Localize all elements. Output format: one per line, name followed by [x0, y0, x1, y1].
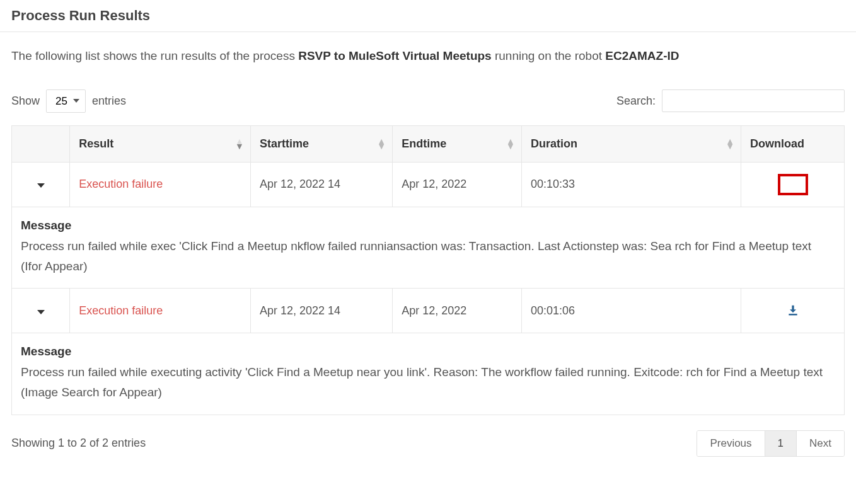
starttime-cell: Apr 12, 2022 14 [250, 162, 392, 207]
download-icon[interactable] [779, 300, 807, 321]
message-row: MessageProcess run failed while exec 'Cl… [12, 207, 845, 289]
download-icon[interactable] [778, 174, 808, 195]
description-middle: running on the robot [495, 49, 605, 62]
starttime-cell: Apr 12, 2022 14 [250, 289, 392, 333]
search-input[interactable] [662, 89, 845, 112]
description-prefix: The following list shows the run results… [11, 49, 298, 62]
table-row: Execution failureApr 12, 2022 14Apr 12, … [12, 162, 845, 207]
duration-cell: 00:01:06 [521, 289, 741, 333]
description-text: The following list shows the run results… [11, 47, 845, 66]
header-endtime[interactable]: Endtime ▲▼ [393, 125, 522, 162]
next-button[interactable]: Next [797, 431, 844, 456]
header-download: Download [741, 125, 845, 162]
caret-down-icon[interactable] [37, 310, 45, 314]
sort-icon: ▲▼ [235, 139, 244, 149]
caret-down-icon[interactable] [37, 183, 45, 188]
page-title: Process Run Results [0, 0, 856, 32]
header-duration[interactable]: Duration ▲▼ [521, 125, 741, 162]
process-name: RSVP to MuleSoft Virtual Meetups [298, 49, 492, 62]
pagination: Previous 1 Next [697, 430, 845, 457]
result-text: Execution failure [79, 304, 163, 317]
message-label: Message [21, 345, 835, 358]
entries-label: entries [92, 94, 126, 108]
page-1-button[interactable]: 1 [765, 431, 797, 456]
sort-icon: ▲▼ [726, 139, 734, 149]
header-starttime[interactable]: Starttime ▲▼ [250, 125, 392, 162]
message-text: Process run failed while exec 'Click Fin… [21, 236, 835, 277]
search-box: Search: [616, 89, 845, 112]
robot-name: EC2AMAZ-ID [605, 49, 679, 62]
duration-cell: 00:10:33 [521, 162, 741, 207]
message-text: Process run failed while executing activ… [21, 362, 835, 403]
results-table: Result ▲▼ Starttime ▲▼ Endtime ▲▼ Durati… [11, 125, 845, 415]
message-label: Message [21, 219, 835, 232]
entries-info: Showing 1 to 2 of 2 entries [11, 437, 146, 450]
search-label: Search: [616, 94, 656, 108]
show-label: Show [11, 94, 40, 108]
header-expand [12, 125, 70, 162]
previous-button[interactable]: Previous [697, 431, 765, 456]
show-entries: Show 25 entries [11, 89, 126, 113]
endtime-cell: Apr 12, 2022 [393, 289, 522, 333]
result-text: Execution failure [79, 178, 163, 190]
page-size-select[interactable]: 25 [46, 89, 86, 113]
message-row: MessageProcess run failed while executin… [12, 333, 845, 415]
table-row: Execution failureApr 12, 2022 14Apr 12, … [12, 289, 845, 333]
header-result[interactable]: Result ▲▼ [70, 125, 251, 162]
endtime-cell: Apr 12, 2022 [393, 162, 522, 207]
divider [0, 32, 856, 32]
sort-icon: ▲▼ [377, 139, 386, 149]
sort-icon: ▲▼ [506, 139, 515, 149]
